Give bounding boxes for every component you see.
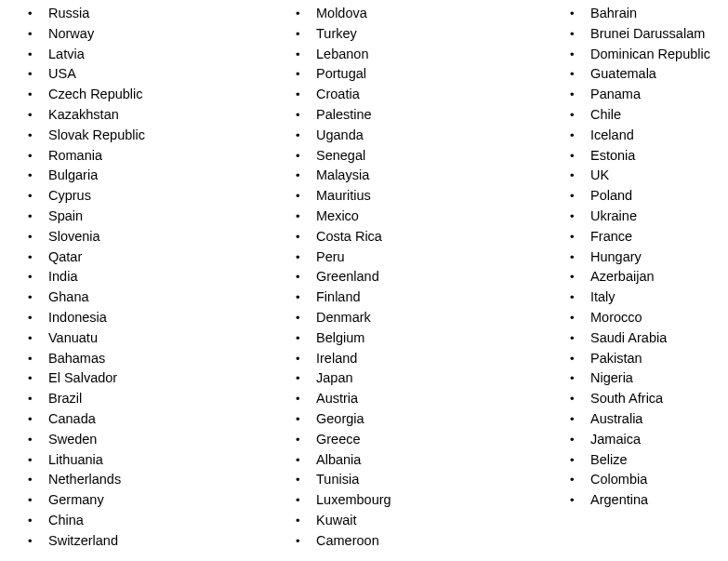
list-item: El Salvador (28, 368, 268, 389)
list-item: Saudi Arabia (570, 328, 728, 349)
country-list-3: BahrainBrunei DarussalamDominican Republ… (570, 4, 728, 511)
list-item: Lithuania (28, 450, 268, 471)
list-item: Sweden (28, 430, 268, 450)
list-item: Indonesia (28, 308, 268, 328)
list-item: Argentina (570, 490, 728, 511)
country-list-2: MoldovaTurkeyLebanonPortugalCroatiaPales… (296, 4, 542, 552)
list-item: Panama (570, 85, 728, 105)
list-item: Turkey (296, 24, 542, 45)
list-item: Albania (296, 450, 542, 471)
country-column-3: BahrainBrunei DarussalamDominican Republ… (542, 4, 728, 552)
list-item: Ukraine (570, 207, 728, 227)
list-item: Cyprus (28, 186, 268, 207)
country-list-columns: RussiaNorwayLatviaUSACzech RepublicKazak… (0, 4, 728, 552)
country-column-1: RussiaNorwayLatviaUSACzech RepublicKazak… (0, 4, 268, 552)
list-item: Mexico (296, 207, 542, 227)
list-item: Luxembourg (296, 490, 542, 511)
list-item: Hungary (570, 247, 728, 268)
list-item: Australia (570, 409, 728, 430)
list-item: Uganda (296, 126, 542, 146)
list-item: Kazakhstan (28, 105, 268, 126)
list-item: Chile (570, 105, 728, 126)
list-item: Costa Rica (296, 227, 542, 247)
list-item: Palestine (296, 105, 542, 126)
list-item: Lebanon (296, 45, 542, 65)
list-item: Canada (28, 409, 268, 430)
list-item: Colombia (570, 470, 728, 490)
list-item: Portugal (296, 64, 542, 85)
list-item: Qatar (28, 247, 268, 268)
list-item: Brazil (28, 389, 268, 409)
list-item: Georgia (296, 409, 542, 430)
list-item: Poland (570, 186, 728, 207)
list-item: Cameroon (296, 531, 542, 552)
list-item: Belize (570, 450, 728, 471)
list-item: Estonia (570, 146, 728, 167)
list-item: Switzerland (28, 531, 268, 552)
list-item: Italy (570, 287, 728, 308)
list-item: Kuwait (296, 511, 542, 531)
list-item: Spain (28, 207, 268, 227)
country-list-1: RussiaNorwayLatviaUSACzech RepublicKazak… (28, 4, 268, 552)
list-item: Slovenia (28, 227, 268, 247)
list-item: Bahamas (28, 349, 268, 369)
list-item: Russia (28, 4, 268, 24)
list-item: Vanuatu (28, 328, 268, 349)
list-item: Bahrain (570, 4, 728, 24)
list-item: Brunei Darussalam (570, 24, 728, 45)
list-item: Belgium (296, 328, 542, 349)
list-item: Croatia (296, 85, 542, 105)
list-item: Jamaica (570, 430, 728, 450)
list-item: Latvia (28, 45, 268, 65)
list-item: Ghana (28, 287, 268, 308)
list-item: Austria (296, 389, 542, 409)
list-item: Czech Republic (28, 85, 268, 105)
list-item: Norway (28, 24, 268, 45)
list-item: China (28, 511, 268, 531)
list-item: UK (570, 166, 728, 186)
list-item: Ireland (296, 349, 542, 369)
list-item: Malaysia (296, 166, 542, 186)
list-item: Guatemala (570, 64, 728, 85)
list-item: Germany (28, 490, 268, 511)
country-column-2: MoldovaTurkeyLebanonPortugalCroatiaPales… (268, 4, 542, 552)
list-item: India (28, 267, 268, 287)
list-item: Iceland (570, 126, 728, 146)
list-item: Tunisia (296, 470, 542, 490)
list-item: South Africa (570, 389, 728, 409)
list-item: Greenland (296, 267, 542, 287)
list-item: France (570, 227, 728, 247)
list-item: Moldova (296, 4, 542, 24)
list-item: Denmark (296, 308, 542, 328)
list-item: Senegal (296, 146, 542, 167)
list-item: USA (28, 64, 268, 85)
list-item: Pakistan (570, 349, 728, 369)
list-item: Mauritius (296, 186, 542, 207)
list-item: Morocco (570, 308, 728, 328)
list-item: Romania (28, 146, 268, 167)
list-item: Peru (296, 247, 542, 268)
list-item: Slovak Republic (28, 126, 268, 146)
list-item: Dominican Republic (570, 45, 728, 65)
list-item: Azerbaijan (570, 267, 728, 287)
list-item: Netherlands (28, 470, 268, 490)
list-item: Nigeria (570, 368, 728, 389)
list-item: Finland (296, 287, 542, 308)
list-item: Bulgaria (28, 166, 268, 186)
list-item: Japan (296, 368, 542, 389)
list-item: Greece (296, 430, 542, 450)
